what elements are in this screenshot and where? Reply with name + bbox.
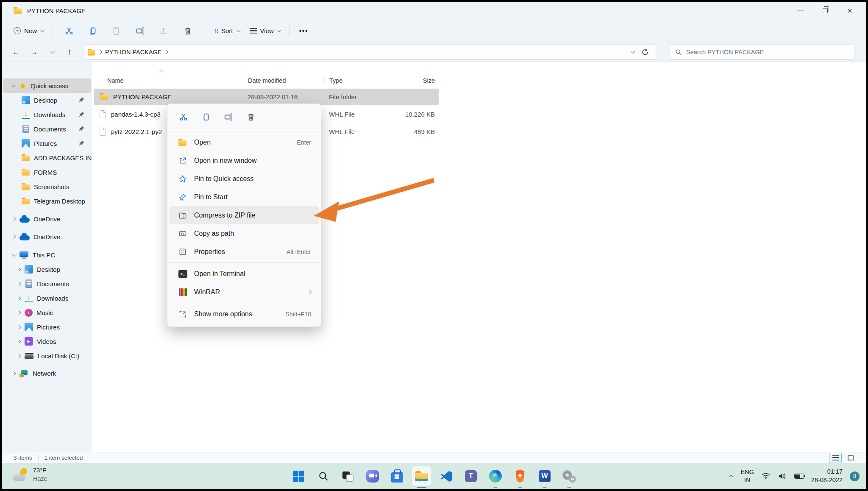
- word-button[interactable]: W: [535, 466, 554, 486]
- copy-button[interactable]: [198, 109, 214, 125]
- share-button[interactable]: [153, 23, 175, 39]
- back-button[interactable]: ←: [8, 45, 24, 59]
- winrar-icon: [179, 288, 187, 296]
- file-row-python-package[interactable]: PYTHON PACKAGE 28-08-2022 01:16 File fol…: [94, 89, 439, 105]
- menu-item-copy-as-path[interactable]: Copy as path: [170, 224, 319, 243]
- search-input[interactable]: [686, 49, 849, 56]
- cut-button[interactable]: [58, 23, 80, 39]
- sidebar-item-pc-videos[interactable]: Videos: [3, 334, 91, 349]
- sidebar-item-add-packages-in[interactable]: ADD PACKAGES IN: [3, 151, 91, 165]
- details-view-button[interactable]: [829, 453, 842, 463]
- running-indicator: [568, 487, 571, 488]
- refresh-icon[interactable]: [641, 48, 649, 56]
- sidebar-item-pc-pictures[interactable]: Pictures: [3, 320, 91, 334]
- settings-button[interactable]: [559, 466, 579, 486]
- rename-button[interactable]: [220, 109, 237, 125]
- up-button[interactable]: ↑: [62, 45, 77, 59]
- sidebar-item-pc-music[interactable]: Music: [3, 305, 91, 320]
- address-dropdown-icon[interactable]: [631, 49, 635, 53]
- sidebar-item-desktop[interactable]: Desktop: [3, 93, 91, 107]
- cut-button[interactable]: [175, 109, 192, 125]
- pictures-icon: [22, 139, 30, 148]
- sidebar-item-documents[interactable]: Documents: [3, 122, 91, 136]
- vscode-button[interactable]: [437, 466, 456, 486]
- language-indicator[interactable]: ENG IN: [740, 468, 754, 484]
- window-title: PYTHON PACKAGE: [27, 7, 86, 14]
- sidebar-item-pictures[interactable]: Pictures: [3, 136, 91, 151]
- teams-button[interactable]: T: [461, 466, 481, 486]
- chevron-right-icon: [17, 325, 21, 329]
- pin-icon: [78, 111, 85, 117]
- restore-button[interactable]: [813, 2, 837, 19]
- file-explorer-button[interactable]: [412, 466, 431, 486]
- search-icon: [675, 49, 682, 56]
- sidebar-item-quick-access[interactable]: Quick access: [3, 78, 91, 93]
- rename-button[interactable]: [129, 23, 151, 39]
- hidden-icons-chevron[interactable]: [729, 474, 734, 479]
- paste-button[interactable]: [106, 23, 128, 39]
- delete-button[interactable]: [177, 23, 199, 39]
- sidebar-item-pc-downloads[interactable]: ↓ Downloads: [3, 291, 91, 305]
- search-box[interactable]: [670, 45, 854, 60]
- sidebar-item-onedrive-1[interactable]: OneDrive: [3, 212, 91, 226]
- breadcrumb[interactable]: PYTHON PACKAGE: [105, 49, 161, 56]
- sort-button[interactable]: ↑↓ Sort: [209, 24, 244, 38]
- battery-icon[interactable]: [794, 474, 804, 479]
- new-button[interactable]: + New: [9, 24, 47, 38]
- volume-icon[interactable]: [778, 472, 787, 480]
- large-icons-view-button[interactable]: [844, 453, 857, 463]
- menu-item-compress-to-zip[interactable]: Compress to ZIP file: [170, 206, 319, 224]
- menu-item-pin-to-start[interactable]: Pin to Start: [170, 188, 319, 206]
- sidebar-item-network[interactable]: Network: [3, 366, 91, 380]
- task-view-button[interactable]: [338, 466, 358, 486]
- delete-button[interactable]: [242, 109, 259, 125]
- column-header-date-modified[interactable]: Date modified: [243, 76, 324, 85]
- sidebar-item-screenshots[interactable]: Screenshots: [3, 179, 91, 194]
- edge-button[interactable]: [486, 466, 505, 486]
- address-bar[interactable]: PYTHON PACKAGE: [83, 45, 656, 60]
- minimize-button[interactable]: —: [788, 2, 813, 19]
- menu-item-open-in-new-window[interactable]: Open in new window: [170, 151, 319, 170]
- weather-widget[interactable]: 73°F Haze: [13, 466, 47, 483]
- store-button[interactable]: [387, 466, 407, 486]
- column-header-type[interactable]: Type: [324, 76, 394, 85]
- sidebar-item-this-pc[interactable]: This PC: [3, 248, 91, 262]
- sidebar-item-pc-desktop[interactable]: Desktop: [3, 262, 91, 276]
- menu-item-open-in-terminal[interactable]: >_ Open in Terminal: [170, 265, 319, 283]
- wifi-icon[interactable]: [761, 472, 771, 480]
- more-options-button[interactable]: •••: [295, 24, 313, 38]
- sidebar-item-pc-documents[interactable]: Documents: [3, 276, 91, 291]
- brave-button[interactable]: [510, 466, 530, 486]
- start-button[interactable]: [289, 466, 309, 486]
- menu-item-winrar[interactable]: WinRAR: [170, 283, 319, 301]
- edge-icon: [489, 470, 502, 483]
- vscode-icon: [440, 470, 452, 482]
- windows-logo-icon: [293, 471, 304, 482]
- column-header-name[interactable]: Name: [92, 76, 243, 85]
- running-indicator: [494, 487, 498, 488]
- sidebar-item-downloads[interactable]: ↓ Downloads: [3, 107, 91, 122]
- sidebar-item-forms[interactable]: FORMS: [3, 165, 91, 179]
- clock[interactable]: 01:17 28-08-2022: [811, 468, 843, 484]
- close-button[interactable]: ×: [837, 2, 862, 19]
- copy-button[interactable]: [82, 23, 104, 39]
- forward-button[interactable]: →: [26, 45, 42, 59]
- chat-button[interactable]: [363, 466, 382, 486]
- sidebar-item-onedrive-2[interactable]: OneDrive: [3, 229, 91, 244]
- divider: [53, 25, 53, 36]
- menu-item-pin-to-quick-access[interactable]: Pin to Quick access: [170, 170, 319, 188]
- notification-badge[interactable]: 8: [850, 471, 860, 481]
- recent-locations-button[interactable]: [44, 45, 59, 59]
- column-header-size[interactable]: Size: [394, 76, 440, 85]
- menu-item-show-more-options[interactable]: Show more options Shift+F10: [170, 305, 319, 323]
- menu-item-properties[interactable]: Properties Alt+Enter: [170, 243, 319, 261]
- view-button[interactable]: View: [245, 24, 284, 38]
- cut-icon: [179, 112, 188, 122]
- taskbar-search-button[interactable]: [314, 466, 333, 486]
- sidebar-item-local-disk-c[interactable]: Local Disk (C:): [3, 349, 91, 363]
- chevron-right-icon: [17, 296, 21, 300]
- divider: [289, 25, 290, 36]
- menu-item-open[interactable]: Open Enter: [170, 133, 319, 151]
- sidebar-item-telegram-desktop[interactable]: Telegram Desktop: [3, 194, 91, 208]
- chat-icon: [366, 470, 379, 483]
